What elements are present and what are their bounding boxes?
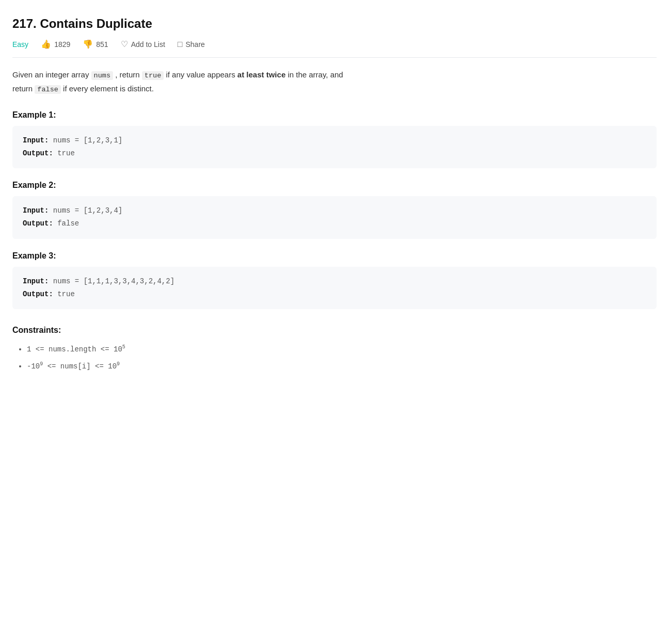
example-3-output-value: true <box>57 290 75 298</box>
description-prefix: Given an integer array <box>12 70 91 79</box>
example-1-code: Input: nums = [1,2,3,1] Output: true <box>12 126 657 168</box>
example-1-input-label: Input: <box>23 136 49 144</box>
dislikes-count: 851 <box>96 40 108 49</box>
share-label: Share <box>185 40 204 49</box>
likes-count: 1829 <box>54 40 70 49</box>
example-3-input-value: nums = [1,1,1,3,3,4,3,2,4,2] <box>53 277 174 285</box>
thumbs-down-icon: 👎 <box>83 39 93 49</box>
constraint-1-text: 1 <= nums.length <= 105 <box>27 345 125 353</box>
example-3-input: Input: nums = [1,1,1,3,3,4,3,2,4,2] <box>23 275 646 288</box>
example-3-input-label: Input: <box>23 277 49 285</box>
example-2: Example 2: Input: nums = [1,2,3,4] Outpu… <box>12 181 657 238</box>
example-1-output: Output: true <box>23 147 646 160</box>
description-mid1: , return <box>113 70 142 79</box>
constraint-2: -109 <= nums[i] <= 109 <box>27 360 657 372</box>
constraints-title: Constraints: <box>12 326 657 335</box>
example-2-output-value: false <box>57 219 79 228</box>
description-suffix: if every element is distinct. <box>61 84 154 93</box>
problem-description: Given an integer array nums , return tru… <box>12 68 657 96</box>
code-false: false <box>35 85 61 94</box>
add-to-list-button[interactable]: ♡ Add to List <box>121 39 165 49</box>
example-2-title: Example 2: <box>12 181 657 190</box>
problem-title: 217. Contains Duplicate <box>12 17 657 31</box>
difficulty-badge: Easy <box>12 40 28 49</box>
example-2-code: Input: nums = [1,2,3,4] Output: false <box>12 196 657 238</box>
constraint-2-text: -109 <= nums[i] <= 109 <box>27 362 120 371</box>
example-3: Example 3: Input: nums = [1,1,1,3,3,4,3,… <box>12 251 657 309</box>
likes-button[interactable]: 👍 1829 <box>41 39 70 49</box>
example-2-output: Output: false <box>23 217 646 230</box>
constraints-list: 1 <= nums.length <= 105 -109 <= nums[i] … <box>12 343 657 372</box>
constraints-section: Constraints: 1 <= nums.length <= 105 -10… <box>12 326 657 372</box>
code-nums: nums <box>91 71 113 80</box>
example-1-title: Example 1: <box>12 110 657 120</box>
code-true-1: true <box>142 71 164 80</box>
meta-bar: Easy 👍 1829 👎 851 ♡ Add to List □ Share <box>12 39 657 58</box>
share-button[interactable]: □ Share <box>178 40 205 49</box>
dislikes-button[interactable]: 👎 851 <box>83 39 108 49</box>
example-1-output-label: Output: <box>23 149 53 157</box>
example-1: Example 1: Input: nums = [1,2,3,1] Outpu… <box>12 110 657 168</box>
example-1-input: Input: nums = [1,2,3,1] <box>23 134 646 147</box>
heart-icon: ♡ <box>121 39 128 49</box>
share-icon: □ <box>178 40 183 49</box>
example-2-input: Input: nums = [1,2,3,4] <box>23 204 646 217</box>
example-3-title: Example 3: <box>12 251 657 261</box>
example-1-input-value: nums = [1,2,3,1] <box>53 136 122 144</box>
example-2-output-label: Output: <box>23 219 53 228</box>
example-2-input-value: nums = [1,2,3,4] <box>53 206 122 215</box>
example-3-output-label: Output: <box>23 290 53 298</box>
example-3-code: Input: nums = [1,1,1,3,3,4,3,2,4,2] Outp… <box>12 267 657 309</box>
example-1-output-value: true <box>57 149 75 157</box>
constraint-1: 1 <= nums.length <= 105 <box>27 343 657 355</box>
thumbs-up-icon: 👍 <box>41 39 51 49</box>
add-to-list-label: Add to List <box>131 40 165 49</box>
example-2-input-label: Input: <box>23 206 49 215</box>
example-3-output: Output: true <box>23 288 646 301</box>
